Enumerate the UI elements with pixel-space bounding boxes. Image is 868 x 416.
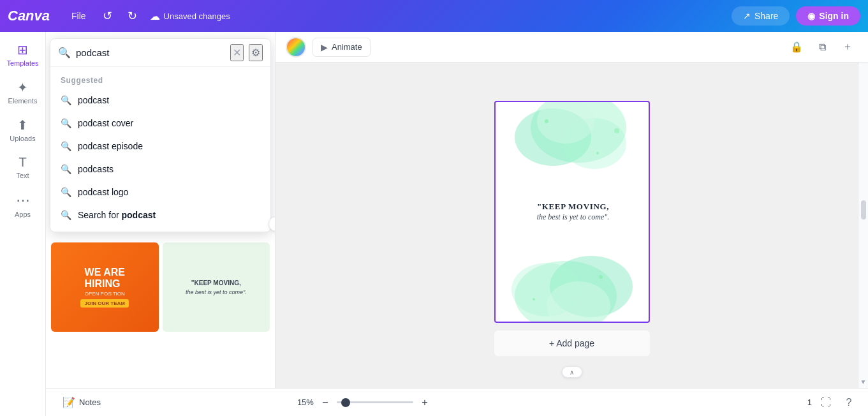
hiring-title: WE AREHIRING [85,267,125,289]
redo-button[interactable]: ↻ [122,6,142,26]
search-item-icon: 🔍 [61,95,71,105]
help-button[interactable]: ? [840,394,858,412]
share-button[interactable]: ↗ Share [732,6,790,26]
cloud-icon: ☁ [150,10,160,22]
svg-point-5 [596,152,599,154]
search-filter-button[interactable]: ⚙ [249,44,263,61]
canvas-toolbar: ▶ Animate 🔒 ⧉ ＋ [276,32,868,63]
text-icon: T [18,155,26,170]
sidebar-item-label: Text [16,172,29,179]
sidebar: ⊞ Templates ✦ Elements ⬆ Uploads T Text … [0,32,46,416]
watercolor-top [496,102,650,179]
search-icon: 🔍 [58,47,71,59]
bottom-bar: 📝 Notes 15% − + 1 ⛶ ? [46,388,868,416]
search-item-icon: 🔍 [61,118,71,128]
left-panel: WE AREHIRING OPEN POSITION JOIN OUR TEAM… [46,32,276,416]
user-icon: ◉ [807,11,815,21]
notes-icon: 📝 [63,396,75,408]
quote-area: "KEEP MOVING, the best is yet to come". [510,202,637,223]
animate-button[interactable]: ▶ Animate [313,38,371,57]
search-item-podcast[interactable]: 🔍 podcast [50,89,270,112]
search-box: 🔍 ✕ ⚙ Suggested 🔍 podcast 🔍 podcast cove… [50,38,271,232]
canva-logo: Canva [8,8,50,24]
fullscreen-button[interactable]: ⛶ [817,394,835,412]
search-item-icon: 🔍 [61,210,71,220]
main-layout: ⊞ Templates ✦ Elements ⬆ Uploads T Text … [0,0,868,416]
design-card-inner: "KEEP MOVING, the best is yet to come". [496,102,650,322]
search-item-text: podcast [78,95,109,105]
search-item-text: podcast episode [78,141,143,151]
canvas-area: ▶ Animate 🔒 ⧉ ＋ [276,32,868,416]
apps-icon: ⋯ [16,192,30,209]
search-item-podcast-cover[interactable]: 🔍 podcast cover [50,112,270,135]
search-item-text: podcast cover [78,118,133,128]
copy-button[interactable]: ⧉ [812,37,832,57]
scroll-thumb-area [861,41,866,378]
sidebar-item-uploads[interactable]: ⬆ Uploads [3,112,43,147]
hiring-badge: JOIN OUR TEAM [80,299,129,308]
search-input-row: 🔍 ✕ ⚙ [50,39,270,67]
sidebar-item-elements[interactable]: ✦ Elements [3,75,43,110]
scroll-down-arrow[interactable]: ▼ [860,378,867,385]
file-menu[interactable]: File [65,8,92,24]
search-item-icon: 🔍 [61,141,71,151]
template-thumb-hiring[interactable]: WE AREHIRING OPEN POSITION JOIN OUR TEAM [51,242,159,332]
svg-point-4 [545,119,548,123]
watercolor-bottom [496,251,650,322]
uploads-icon: ⬆ [17,117,28,133]
share-icon: ↗ [743,11,751,21]
add-button[interactable]: ＋ [837,37,858,57]
sidebar-item-label: Apps [15,211,31,218]
search-input[interactable] [76,47,225,58]
topbar: Canva File ↺ ↻ ☁ Unsaved changes ↗ Share… [0,0,868,32]
sidebar-item-apps[interactable]: ⋯ Apps [3,187,43,223]
color-swatch[interactable] [286,37,306,57]
search-item-podcasts[interactable]: 🔍 podcasts [50,158,270,181]
lock-button[interactable]: 🔒 [786,37,807,57]
search-item-text: Search for podcast [78,210,156,220]
zoom-plus-button[interactable]: + [417,395,432,410]
search-suggested-label: Suggested [50,72,270,89]
search-item-podcast-episode[interactable]: 🔍 podcast episode [50,135,270,158]
svg-point-12 [533,298,535,301]
show-pages-button[interactable]: ∧ [562,366,582,378]
search-item-icon: 🔍 [61,164,71,174]
quote-script: the best is yet to come". [510,212,637,223]
search-item-text: podcasts [78,164,114,174]
search-item-search-for-podcast[interactable]: 🔍 Search for podcast [50,204,270,227]
signin-button[interactable]: ◉ Sign in [796,6,860,26]
search-dropdown: Suggested 🔍 podcast 🔍 podcast cover 🔍 po… [50,67,270,232]
quote-main: "KEEP MOVING, [510,202,637,212]
design-card[interactable]: "KEEP MOVING, the best is yet to come". [494,101,650,323]
search-item-podcast-logo[interactable]: 🔍 podcast logo [50,181,270,204]
sidebar-item-text[interactable]: T Text [3,150,43,184]
keep-moving-quote-script: the best is yet to come". [186,289,247,295]
search-item-icon: 🔍 [61,187,71,197]
search-clear-button[interactable]: ✕ [230,44,244,61]
templates-icon: ⊞ [17,42,28,57]
zoom-slider[interactable] [337,401,413,403]
template-thumb-keep-moving[interactable]: "KEEP MOVING, the best is yet to come". [163,242,270,332]
hiring-sub: OPEN POSITION [85,291,125,297]
sidebar-item-label: Templates [6,59,38,67]
elements-icon: ✦ [17,80,28,95]
topbar-right: ↗ Share ◉ Sign in [732,6,860,26]
zoom-minus-button[interactable]: − [318,395,333,410]
scroll-thumb[interactable] [861,200,866,219]
zoom-controls: 15% − + [297,395,432,410]
bottom-right: 1 ⛶ ? [807,394,858,412]
svg-point-6 [614,128,619,133]
sidebar-item-templates[interactable]: ⊞ Templates [3,37,43,72]
undo-button[interactable]: ↺ [98,6,117,26]
page-number: 1 [807,397,812,407]
sidebar-item-label: Elements [8,97,38,105]
add-page-button[interactable]: + Add page [494,331,650,356]
zoom-percent: 15% [297,397,314,407]
search-item-text: podcast logo [78,187,128,197]
keep-moving-quote-main: "KEEP MOVING, [191,279,241,286]
canvas-content: "KEEP MOVING, the best is yet to come". [276,63,868,416]
unsaved-status: ☁ Unsaved changes [150,10,230,22]
notes-button[interactable]: 📝 Notes [56,394,107,411]
sidebar-item-label: Uploads [10,135,35,142]
toolbar-right: 🔒 ⧉ ＋ [786,37,858,57]
